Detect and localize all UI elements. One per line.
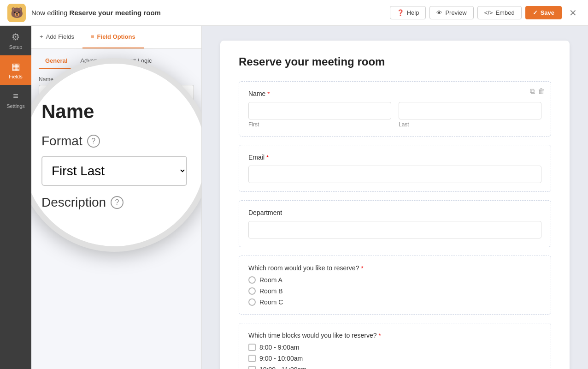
field-block-email: Email * bbox=[239, 145, 551, 192]
checkbox-item-10am[interactable]: 10:00 - 11:00am bbox=[248, 366, 541, 369]
last-label: Last bbox=[399, 121, 541, 128]
field-block-time-blocks: Which time blocks would you like to rese… bbox=[239, 323, 551, 369]
radio-label-room-c: Room C bbox=[259, 298, 283, 306]
topbar-actions: ❓ Help 👁 Preview </> Embed ✓ Save ✕ bbox=[390, 6, 581, 20]
field-label-room: Which room would you like to reserve? * bbox=[248, 264, 541, 272]
first-label: First bbox=[248, 121, 391, 128]
required-star-email: * bbox=[266, 154, 269, 161]
save-button[interactable]: ✓ Save bbox=[525, 6, 562, 19]
magnifier-content: Name Format ? First Last Last First Desc… bbox=[31, 87, 202, 224]
first-name-input[interactable] bbox=[248, 102, 391, 119]
field-options-icon: ≡ bbox=[91, 33, 94, 40]
room-radio-group: Room A Room B Room C bbox=[248, 276, 541, 306]
embed-icon: </> bbox=[484, 9, 493, 16]
form-name: Reserve your meeting room bbox=[70, 9, 161, 17]
subtab-general[interactable]: General bbox=[39, 54, 74, 69]
help-icon: ❓ bbox=[397, 9, 404, 16]
preview-icon: 👁 bbox=[436, 9, 442, 16]
email-input[interactable] bbox=[248, 166, 541, 183]
sidebar: ⚙ Setup ▦ Fields ≡ Settings bbox=[0, 26, 31, 369]
editing-prefix: Now editing bbox=[31, 9, 70, 17]
help-button[interactable]: ❓ Help bbox=[390, 6, 426, 19]
topbar: 🐻 Now editing Reserve your meeting room … bbox=[0, 0, 588, 26]
sidebar-item-fields[interactable]: ▦ Fields bbox=[0, 55, 31, 85]
close-button[interactable]: ✕ bbox=[565, 6, 581, 20]
sidebar-item-settings[interactable]: ≡ Settings bbox=[0, 85, 31, 114]
magnifier-desc-help-icon: ? bbox=[111, 196, 123, 209]
sidebar-item-settings-label: Settings bbox=[6, 103, 25, 109]
checkbox-10am bbox=[248, 366, 256, 369]
radio-item-room-b[interactable]: Room B bbox=[248, 287, 541, 295]
sidebar-item-setup-label: Setup bbox=[9, 44, 23, 50]
form-title: Reserve your meeting room bbox=[239, 55, 551, 68]
required-star-time-blocks: * bbox=[379, 332, 381, 339]
magnifier-description-label: Description ? bbox=[41, 195, 187, 210]
field-actions-name: ⧉ 🗑 bbox=[530, 87, 545, 95]
duplicate-field-button[interactable]: ⧉ bbox=[530, 87, 535, 95]
form-preview: Reserve your meeting room Name * ⧉ 🗑 Fir… bbox=[202, 26, 588, 369]
magnifier-format-select[interactable]: First Last Last First bbox=[41, 156, 187, 186]
editing-title: Now editing Reserve your meeting room bbox=[31, 9, 384, 17]
radio-circle-room-c bbox=[248, 298, 256, 306]
radio-label-room-a: Room A bbox=[259, 276, 282, 284]
name-inputs-row: First Last bbox=[248, 102, 541, 128]
save-checkmark-icon: ✓ bbox=[533, 9, 538, 16]
radio-item-room-a[interactable]: Room A bbox=[248, 276, 541, 284]
first-name-col: First bbox=[248, 102, 391, 128]
field-panel: + Add Fields ≡ Field Options General Adv… bbox=[31, 26, 202, 369]
setup-icon: ⚙ bbox=[12, 31, 20, 42]
radio-circle-room-a bbox=[248, 276, 256, 284]
radio-label-room-b: Room B bbox=[259, 287, 283, 295]
radio-circle-room-b bbox=[248, 287, 256, 295]
required-star-room: * bbox=[361, 265, 363, 272]
checkbox-label-9am: 9:00 - 10:00am bbox=[259, 355, 303, 362]
checkbox-label-10am: 10:00 - 11:00am bbox=[259, 366, 306, 369]
checkbox-item-8am[interactable]: 8:00 - 9:00am bbox=[248, 344, 541, 351]
field-label-name: Name * bbox=[248, 90, 541, 97]
time-blocks-checkbox-group: 8:00 - 9:00am 9:00 - 10:00am 10:00 - 11:… bbox=[248, 344, 541, 369]
required-star-name: * bbox=[267, 90, 270, 97]
department-input[interactable] bbox=[248, 221, 541, 238]
magnifier-format-label: Format ? bbox=[41, 134, 187, 149]
tab-field-options-label: Field Options bbox=[97, 33, 135, 40]
field-label-email: Email * bbox=[248, 154, 541, 161]
radio-item-room-c[interactable]: Room C bbox=[248, 298, 541, 306]
logo: 🐻 bbox=[7, 4, 26, 22]
main-area: ⚙ Setup ▦ Fields ≡ Settings + Add Fields… bbox=[0, 26, 588, 369]
tab-add-fields-label: Add Fields bbox=[46, 33, 74, 40]
preview-button[interactable]: 👁 Preview bbox=[429, 6, 473, 19]
panel-tabs: + Add Fields ≡ Field Options bbox=[31, 26, 201, 49]
fields-icon: ▦ bbox=[12, 61, 20, 72]
field-label-time-blocks: Which time blocks would you like to rese… bbox=[248, 332, 541, 339]
tab-add-fields[interactable]: + Add Fields bbox=[31, 26, 82, 48]
magnifier-title: Name bbox=[41, 101, 187, 123]
field-block-department: Department bbox=[239, 200, 551, 247]
magnifier-format-help-icon: ? bbox=[87, 135, 100, 148]
sidebar-item-setup[interactable]: ⚙ Setup bbox=[0, 26, 31, 55]
sidebar-item-fields-label: Fields bbox=[9, 74, 22, 79]
last-name-input[interactable] bbox=[399, 102, 541, 119]
last-name-col: Last bbox=[399, 102, 541, 128]
field-block-name: Name * ⧉ 🗑 First Last bbox=[239, 81, 551, 137]
field-label-department: Department bbox=[248, 209, 541, 216]
magnifier: Name Format ? First Last Last First Desc… bbox=[31, 58, 202, 252]
settings-icon: ≡ bbox=[13, 91, 18, 101]
checkbox-item-9am[interactable]: 9:00 - 10:00am bbox=[248, 355, 541, 362]
field-block-room: Which room would you like to reserve? * … bbox=[239, 256, 551, 315]
tab-field-options[interactable]: ≡ Field Options bbox=[82, 26, 144, 48]
add-fields-icon: + bbox=[40, 33, 43, 40]
delete-field-button[interactable]: 🗑 bbox=[538, 87, 545, 95]
logo-icon: 🐻 bbox=[11, 7, 23, 19]
checkbox-8am bbox=[248, 344, 256, 351]
embed-button[interactable]: </> Embed bbox=[477, 6, 522, 19]
subtab-general-label: General bbox=[45, 57, 67, 64]
checkbox-9am bbox=[248, 355, 256, 362]
checkbox-label-8am: 8:00 - 9:00am bbox=[259, 344, 299, 351]
form-card: Reserve your meeting room Name * ⧉ 🗑 Fir… bbox=[220, 41, 570, 369]
